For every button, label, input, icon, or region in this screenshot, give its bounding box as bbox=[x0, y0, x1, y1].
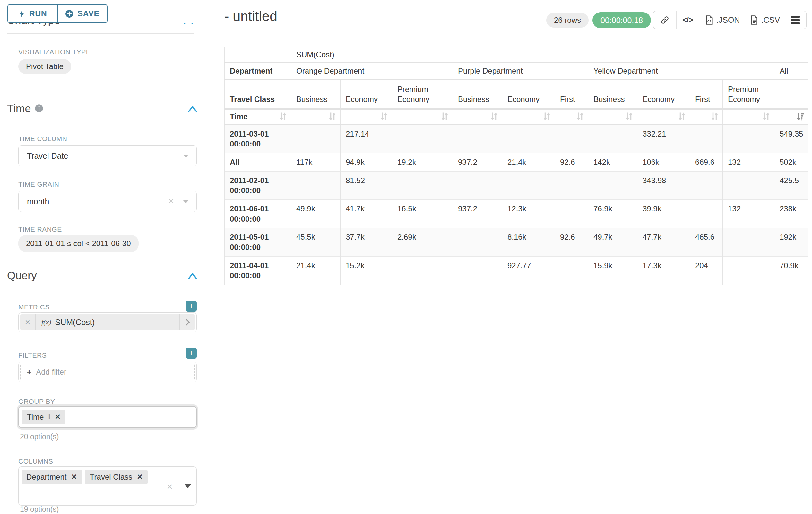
export-json-button[interactable]: .JSON bbox=[699, 11, 746, 29]
time-column-label: TIME COLUMN bbox=[18, 135, 67, 143]
section-divider bbox=[7, 292, 195, 292]
row-label: 2011-04-01 00:00:00 bbox=[225, 256, 291, 285]
chart-title[interactable]: - untitled bbox=[224, 8, 277, 24]
add-filter-button[interactable]: + Add filter bbox=[20, 364, 195, 380]
column-sort-header[interactable] bbox=[555, 109, 588, 124]
metrics-label: METRICS bbox=[18, 303, 50, 311]
link-icon bbox=[661, 16, 669, 24]
more-options-button[interactable] bbox=[784, 11, 806, 29]
row-label: 2011-06-01 00:00:00 bbox=[225, 199, 291, 228]
sort-icon bbox=[328, 112, 336, 121]
travel-class-dim-label: Travel Class bbox=[225, 79, 291, 109]
row-label: 2011-02-01 00:00:00 bbox=[225, 171, 291, 199]
time-grain-select[interactable]: month × bbox=[18, 191, 197, 212]
view-query-button[interactable]: </> bbox=[676, 11, 700, 29]
table-cell: 502k bbox=[775, 153, 809, 171]
add-metric-button[interactable]: + bbox=[186, 301, 197, 312]
columns-tags: Department✕Travel Class✕ bbox=[22, 470, 148, 484]
table-cell: 45.5k bbox=[291, 228, 341, 256]
group-by-hint: 20 option(s) bbox=[20, 432, 59, 441]
caret-down-icon bbox=[183, 155, 189, 158]
column-sort-header[interactable] bbox=[690, 109, 723, 124]
table-cell: 37.7k bbox=[341, 228, 392, 256]
column-sort-header[interactable] bbox=[588, 109, 637, 124]
remove-metric-icon[interactable]: × bbox=[20, 314, 36, 330]
export-csv-button[interactable]: .CSV bbox=[746, 11, 785, 29]
save-button[interactable]: SAVE bbox=[57, 4, 108, 23]
table-cell bbox=[392, 171, 453, 199]
metric-pill[interactable]: ×f(x)SUM(Cost) bbox=[20, 314, 195, 330]
column-sort-header[interactable] bbox=[502, 109, 555, 124]
section-divider bbox=[7, 125, 195, 125]
sort-icon bbox=[490, 112, 498, 121]
add-filter-plus-button[interactable]: + bbox=[186, 348, 197, 358]
metric-body: f(x)SUM(Cost) bbox=[36, 314, 179, 330]
remove-tag-icon[interactable]: ✕ bbox=[55, 413, 61, 421]
time-grain-value: month bbox=[19, 197, 49, 206]
sort-icon bbox=[380, 112, 388, 121]
table-cell bbox=[291, 171, 341, 199]
table-cell: 17.3k bbox=[637, 256, 690, 285]
table-cell: 41.7k bbox=[341, 199, 392, 228]
tag-label: Travel Class bbox=[90, 472, 132, 482]
table-cell bbox=[453, 228, 502, 256]
table-cell: 204 bbox=[690, 256, 723, 285]
table-cell bbox=[723, 171, 775, 199]
table-cell: 117k bbox=[291, 153, 341, 171]
table-cell: 39.9k bbox=[637, 199, 690, 228]
column-sort-header[interactable] bbox=[637, 109, 690, 124]
dimension-tag[interactable]: Travel Class✕ bbox=[85, 470, 148, 484]
sort-icon bbox=[762, 112, 770, 121]
column-sort-header[interactable] bbox=[341, 109, 392, 124]
travel-class-header bbox=[775, 79, 809, 109]
table-cell bbox=[690, 199, 723, 228]
group-by-select[interactable]: Timei✕ × bbox=[18, 406, 197, 428]
plus-icon: + bbox=[27, 367, 31, 377]
remove-tag-icon[interactable]: ✕ bbox=[137, 473, 143, 481]
code-icon: </> bbox=[682, 16, 693, 24]
fx-icon: f(x) bbox=[41, 318, 51, 326]
column-sort-header[interactable] bbox=[392, 109, 453, 124]
sort-icon bbox=[441, 112, 449, 121]
clear-icon[interactable]: × bbox=[167, 481, 173, 492]
time-range-label: TIME RANGE bbox=[18, 225, 62, 233]
travel-class-header: First bbox=[555, 79, 588, 109]
run-button[interactable]: RUN bbox=[7, 4, 58, 23]
table-row: 2011-03-01 00:00:00217.14332.21549.35 bbox=[225, 124, 809, 153]
column-sort-header[interactable] bbox=[453, 109, 502, 124]
dimension-tag[interactable]: Timei✕ bbox=[22, 410, 65, 424]
columns-hint: 19 option(s) bbox=[20, 505, 59, 514]
table-cell: 49.9k bbox=[291, 199, 341, 228]
column-sort-header[interactable] bbox=[775, 109, 809, 124]
department-group-header: Orange Department bbox=[291, 63, 453, 79]
table-cell bbox=[588, 124, 637, 153]
table-cell bbox=[588, 171, 637, 199]
dimension-tag[interactable]: Department✕ bbox=[22, 470, 82, 484]
travel-class-header: Premium Economy bbox=[723, 79, 775, 109]
time-sort-header[interactable]: Time bbox=[225, 109, 291, 124]
share-link-button[interactable] bbox=[654, 11, 676, 29]
clear-icon[interactable]: × bbox=[168, 196, 174, 207]
json-button-label: .JSON bbox=[716, 16, 740, 25]
control-panel-sidebar: Chart Type RUN SAVE VISUALIZATION TYPE P… bbox=[0, 0, 207, 514]
pivot-table-container: SUM(Cost)DepartmentOrange DepartmentPurp… bbox=[224, 47, 809, 285]
time-range-pill[interactable]: 2011-01-01 ≤ col < 2011-06-30 bbox=[18, 235, 139, 252]
tag-label: Time bbox=[27, 412, 44, 422]
column-sort-header[interactable] bbox=[723, 109, 775, 124]
sort-header-row: Time bbox=[225, 109, 809, 124]
metric-expand-button[interactable] bbox=[179, 314, 195, 330]
chevron-up-icon[interactable] bbox=[188, 272, 197, 279]
remove-tag-icon[interactable]: ✕ bbox=[71, 473, 77, 481]
table-cell: 19.2k bbox=[392, 153, 453, 171]
table-cell: 132 bbox=[723, 153, 775, 171]
row-count-text: 26 rows bbox=[554, 16, 581, 25]
time-column-select[interactable]: Travel Date bbox=[18, 145, 197, 166]
table-cell: 465.6 bbox=[690, 228, 723, 256]
table-cell: 142k bbox=[588, 153, 637, 171]
visualization-type-pill[interactable]: Pivot Table bbox=[18, 59, 71, 74]
department-group-header: Purple Department bbox=[453, 63, 588, 79]
column-sort-header[interactable] bbox=[291, 109, 341, 124]
file-code-icon bbox=[705, 16, 713, 25]
chevron-up-icon[interactable] bbox=[188, 105, 197, 112]
info-icon[interactable] bbox=[35, 104, 43, 113]
